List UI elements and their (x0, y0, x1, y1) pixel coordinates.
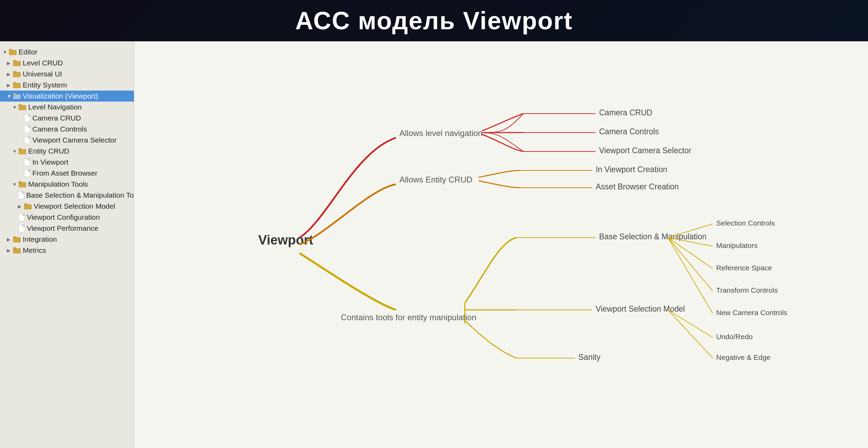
branch-level-nav-path (300, 138, 396, 238)
manipulators-label: Manipulators (716, 241, 757, 249)
doc-icon (24, 125, 30, 133)
sidebar-item-label: Universal UI (23, 70, 62, 78)
sidebar-item-metrics[interactable]: ▶ Metrics (0, 245, 134, 256)
branch-manip-path (300, 253, 396, 310)
sidebar-item-label: Entity System (23, 81, 67, 89)
folder-icon (13, 71, 21, 77)
neg-edge-label: Negative & Edge (716, 353, 771, 361)
sidebar-item-label: In Viewport (32, 158, 69, 166)
branch-entity-crud-label: Allows Entity CRUD (399, 175, 472, 184)
sidebar-item-from-asset-browser[interactable]: From Asset Browser (0, 168, 134, 179)
branch-entity-crud-path (300, 184, 396, 244)
asset-browser-label: Asset Browser Creation (596, 182, 679, 191)
sidebar-item-level-crud[interactable]: ▶ Level CRUD (0, 58, 134, 69)
sel-controls-label: Selection Controls (716, 219, 775, 227)
sidebar-item-label: Editor (19, 48, 38, 56)
svg-rect-29 (13, 248, 16, 249)
sidebar-item-label: Viewport Selection Model (34, 202, 115, 210)
arrow-icon: ▶ (7, 72, 13, 77)
branch-level-nav-label: Allows level navigation (399, 128, 482, 138)
folder-icon (19, 104, 26, 110)
svg-rect-20 (19, 181, 22, 183)
new-cam-controls-label: New Camera Controls (716, 309, 787, 316)
sidebar-item-manipulation-tools[interactable]: ▼ Manipulation Tools (0, 179, 134, 190)
vp-cam-sel-label: Viewport Camera Selector (599, 146, 691, 155)
sidebar-item-viewport-configuration[interactable]: Viewport Configuration (0, 212, 134, 223)
folder-icon (13, 82, 21, 88)
mindmap-area: Viewport Allows level navigation Camera … (134, 41, 868, 448)
folder-icon (19, 181, 26, 187)
sidebar-item-label: Viewport Configuration (27, 213, 100, 221)
sidebar-item-integration[interactable]: ▶ Integration (0, 234, 134, 245)
base-sel-label: Base Selection & Manipulation (599, 232, 707, 241)
sidebar-item-entity-system[interactable]: ▶ Entity System (0, 80, 134, 91)
camera-crud-path (482, 114, 523, 131)
sidebar-item-label: Viewport Performance (27, 224, 98, 232)
folder-icon (13, 60, 21, 66)
asset-browser-path (479, 181, 520, 188)
new-cam-controls-line (668, 238, 713, 313)
sidebar-item-camera-crud[interactable]: Camera CRUD (0, 113, 134, 124)
doc-icon (24, 158, 30, 166)
sidebar-item-level-navigation[interactable]: ▼ Level Navigation (0, 102, 134, 113)
sidebar-item-base-selection[interactable]: Base Selection & Manipulation Tools (0, 190, 134, 201)
vp-cam-sel-path (482, 134, 523, 152)
sanity-path (465, 320, 516, 358)
sidebar-item-editor[interactable]: ▼ Editor (0, 46, 134, 58)
arrow-icon: ▼ (7, 94, 13, 99)
sidebar-item-label: Visualization (Viewport) (23, 92, 98, 100)
doc-icon (18, 191, 24, 199)
sidebar-item-viewport-performance[interactable]: Viewport Performance (0, 223, 134, 234)
sidebar-item-label: Integration (23, 235, 57, 243)
title-bar: АСС модель Viewport (0, 0, 868, 41)
sidebar-item-label: Base Selection & Manipulation Tools (26, 191, 134, 199)
arrow-icon: ▶ (7, 61, 13, 66)
doc-icon (24, 169, 30, 177)
sidebar-item-in-viewport[interactable]: In Viewport (0, 157, 134, 168)
in-viewport-path (479, 170, 520, 177)
sanity-label: Sanity (578, 353, 600, 362)
arrow-icon: ▶ (7, 248, 13, 253)
branch-manip-label: Contains tools for entity manipulation (341, 313, 477, 322)
sidebar-item-label: Camera CRUD (32, 114, 81, 122)
base-sel-path (465, 238, 516, 303)
sidebar-item-label: Level CRUD (23, 59, 63, 67)
transform-controls-label: Transform Controls (716, 286, 778, 294)
arrow-icon: ▼ (3, 50, 9, 55)
sidebar-item-viewport-selection-model[interactable]: ▶ Viewport Selection Model (0, 201, 134, 212)
svg-rect-27 (13, 237, 16, 238)
sidebar-item-visualization[interactable]: ▼ Visualization (Viewport) (0, 91, 134, 102)
content-area: ▼ Editor▶ Level CRUD▶ Universal UI▶ Enti… (0, 41, 868, 448)
doc-icon (19, 213, 25, 221)
folder-icon (19, 148, 26, 154)
sidebar-item-label: Viewport Camera Selector (32, 136, 117, 144)
folder-icon (24, 203, 32, 209)
center-node: Viewport (258, 233, 313, 247)
doc-icon (24, 136, 30, 144)
in-viewport-label: In Viewport Creation (596, 165, 667, 174)
sidebar-item-universal-ui[interactable]: ▶ Universal UI (0, 69, 134, 80)
undo-redo-label: Undo/Redo (716, 333, 753, 341)
svg-rect-16 (19, 148, 22, 150)
arrow-icon: ▶ (7, 237, 13, 242)
sidebar-item-entity-crud[interactable]: ▼ Entity CRUD (0, 146, 134, 157)
arrow-icon: ▶ (18, 204, 24, 209)
folder-icon (13, 236, 21, 242)
svg-rect-3 (13, 60, 16, 62)
arrow-icon: ▼ (12, 182, 19, 187)
sidebar-item-viewport-camera-selector[interactable]: Viewport Camera Selector (0, 135, 134, 146)
sidebar-item-camera-controls[interactable]: Camera Controls (0, 124, 134, 135)
ref-space-label: Reference Space (716, 264, 772, 272)
arrow-icon: ▶ (7, 83, 13, 88)
svg-rect-23 (24, 204, 27, 205)
svg-rect-9 (13, 93, 16, 95)
sidebar-item-label: Metrics (23, 246, 46, 254)
sidebar-item-label: Entity CRUD (28, 147, 69, 155)
svg-rect-11 (19, 104, 22, 106)
page-title: АСС модель Viewport (295, 7, 573, 35)
svg-rect-7 (13, 82, 16, 84)
sidebar: ▼ Editor▶ Level CRUD▶ Universal UI▶ Enti… (0, 41, 134, 448)
undo-redo-line (668, 310, 713, 337)
sidebar-item-label: Manipulation Tools (28, 180, 88, 188)
sidebar-item-label: From Asset Browser (32, 169, 97, 177)
